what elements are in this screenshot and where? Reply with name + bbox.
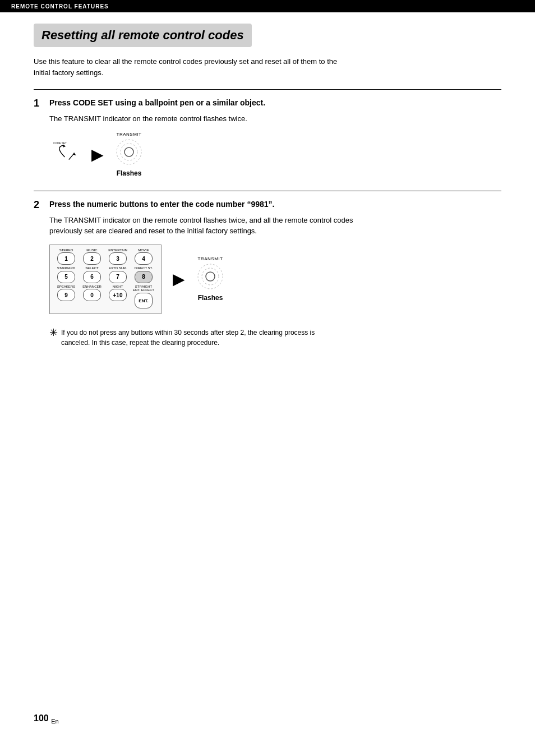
svg-text:CODE SET: CODE SET xyxy=(53,142,67,145)
arrow-1: ▶ xyxy=(91,147,104,163)
transmit-label-1: TRANSMIT xyxy=(117,132,142,137)
step-1-title: Press CODE SET using a ballpoint pen or … xyxy=(49,98,265,109)
key-entertain: ENTERTAIN 3 xyxy=(106,248,130,265)
section-title: Resetting all remote control codes xyxy=(41,28,244,42)
transmit-indicator-1: TRANSMIT Flashes xyxy=(115,132,143,177)
keypad-illustration: STEREO 1 MUSIC 2 ENTERTAIN 3 MOVIE 4 xyxy=(49,245,162,314)
top-bar: REMOTE CONTROL FEATURES xyxy=(0,0,535,12)
step-2-number: 2 xyxy=(34,199,49,211)
step-2-body: The TRANSMIT indicator on the remote con… xyxy=(49,215,363,237)
step-1-number: 1 xyxy=(34,98,49,110)
divider-2 xyxy=(34,191,501,191)
page-number: 100 En xyxy=(34,713,59,723)
key-extdsur: EXTD SUR. 7 xyxy=(106,266,130,283)
top-bar-label: REMOTE CONTROL FEATURES xyxy=(11,3,109,10)
section-title-box: Resetting all remote control codes xyxy=(34,24,252,47)
key-music: MUSIC 2 xyxy=(80,248,104,265)
step-1: 1 Press CODE SET using a ballpoint pen o… xyxy=(34,98,501,177)
step-2: 2 Press the numeric buttons to enter the… xyxy=(34,199,501,314)
note-icon: ✳ xyxy=(49,328,58,338)
flashes-label-2: Flashes xyxy=(198,294,223,302)
svg-point-8 xyxy=(206,272,215,281)
divider-1 xyxy=(34,89,501,90)
note-block: ✳ If you do not press any buttons within… xyxy=(49,328,501,348)
key-speakers: SPEAKERS 9 xyxy=(54,285,78,308)
intro-text: Use this feature to clear all the remote… xyxy=(34,56,348,78)
key-directst: DIRECT ST. 8 xyxy=(132,266,155,283)
key-night: NIGHT +10 xyxy=(106,285,130,308)
note-text: If you do not press any buttons within 3… xyxy=(61,328,342,348)
svg-point-5 xyxy=(124,147,133,156)
key-straight: STRAIGHT ENT. EFFECT ENT. xyxy=(132,285,155,308)
svg-marker-2 xyxy=(73,153,76,156)
key-enhancer: ENHANCER 0 xyxy=(80,285,104,308)
step-1-body: The TRANSMIT indicator on the remote con… xyxy=(49,113,363,125)
flashes-label-1: Flashes xyxy=(117,169,142,177)
key-standard: STANDARD 5 xyxy=(54,266,78,283)
key-movie: MOVIE 4 xyxy=(132,248,155,265)
key-stereo: STEREO 1 xyxy=(54,248,78,265)
step-2-title: Press the numeric buttons to enter the c… xyxy=(49,199,274,210)
key-select: SELECT 6 xyxy=(80,266,104,283)
page-footer: 100 En xyxy=(34,713,59,725)
codeset-button-illustration: CODE SET xyxy=(49,139,80,170)
arrow-2: ▶ xyxy=(173,271,185,287)
transmit-indicator-2: TRANSMIT Flashes xyxy=(196,256,224,302)
transmit-label-2: TRANSMIT xyxy=(198,256,223,261)
